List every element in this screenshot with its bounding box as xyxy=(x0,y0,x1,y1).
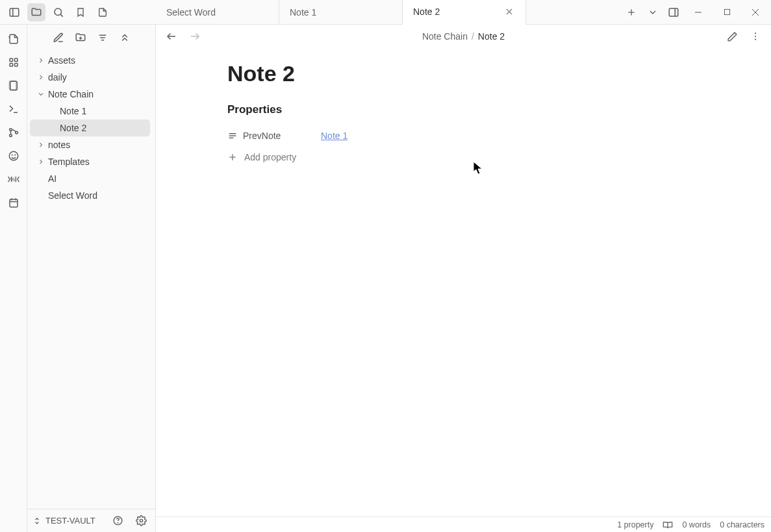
tree-item-notes[interactable]: notes xyxy=(30,136,150,153)
nav-back-icon[interactable] xyxy=(162,27,181,45)
tab-dropdown-icon[interactable] xyxy=(644,3,662,21)
svg-point-21 xyxy=(9,129,12,131)
svg-rect-0 xyxy=(10,8,19,16)
tree-item-label: Templates xyxy=(47,157,90,167)
quick-switcher-icon[interactable] xyxy=(5,30,23,48)
svg-text:%: % xyxy=(10,176,16,183)
window-minimize-button[interactable] xyxy=(685,0,711,25)
statusbar: 1 property 0 words 0 characters xyxy=(156,516,771,532)
emoji-icon[interactable] xyxy=(5,147,23,165)
svg-rect-8 xyxy=(669,8,678,16)
chevron-right-icon[interactable] xyxy=(35,73,47,81)
tree-item-label: Note 1 xyxy=(58,106,86,116)
property-key-label: PrevNote xyxy=(243,131,281,141)
new-tab-button[interactable] xyxy=(619,0,644,24)
svg-point-26 xyxy=(14,155,15,155)
editor-body[interactable]: Note 2 Properties PrevNote Note 1 Add pr… xyxy=(156,48,771,516)
content-pane: Note Chain / Note 2 Note 2 Properties Pr… xyxy=(156,25,771,532)
search-icon[interactable] xyxy=(49,3,68,21)
tree-item-label: notes xyxy=(47,140,70,150)
edit-mode-icon[interactable] xyxy=(723,27,741,45)
tree-item-label: Note 2 xyxy=(58,123,86,133)
tree-item-daily[interactable]: daily xyxy=(30,69,150,86)
file-icon[interactable] xyxy=(94,3,112,21)
chevron-down-icon[interactable] xyxy=(35,90,47,98)
reading-mode-icon[interactable] xyxy=(663,520,673,529)
vault-switcher[interactable]: TEST-VAULT xyxy=(32,516,95,526)
svg-rect-28 xyxy=(10,199,18,207)
tab-label: Note 1 xyxy=(290,7,316,18)
tree-item-note-chain[interactable]: Note Chain xyxy=(30,86,150,103)
toggle-right-sidebar-icon[interactable] xyxy=(664,3,683,21)
text-property-icon xyxy=(227,131,238,141)
svg-rect-16 xyxy=(10,64,13,67)
svg-point-25 xyxy=(12,155,12,155)
file-explorer-icon[interactable] xyxy=(27,3,45,21)
breadcrumb[interactable]: Note Chain / Note 2 xyxy=(422,31,505,42)
tree-item-note-2[interactable]: Note 2 xyxy=(30,120,150,136)
plus-icon xyxy=(227,152,238,162)
sort-icon[interactable] xyxy=(94,29,112,47)
breadcrumb-current[interactable]: Note 2 xyxy=(478,31,505,42)
svg-point-39 xyxy=(140,519,142,522)
tree-item-select-word[interactable]: Select Word xyxy=(30,187,150,204)
command-palette-icon[interactable] xyxy=(5,100,23,118)
tab-label: Note 2 xyxy=(413,6,440,17)
property-key[interactable]: PrevNote xyxy=(227,131,312,141)
status-chars[interactable]: 0 characters xyxy=(720,520,765,529)
canvas-icon[interactable] xyxy=(5,77,23,95)
window-close-button[interactable] xyxy=(742,0,768,25)
tree-item-assets[interactable]: Assets xyxy=(30,52,150,69)
collapse-icon[interactable] xyxy=(116,29,134,47)
nav-forward-icon[interactable] xyxy=(186,27,204,45)
window-maximize-button[interactable] xyxy=(714,0,740,25)
chevron-right-icon[interactable] xyxy=(35,158,47,166)
tab-select-word[interactable]: Select Word xyxy=(156,0,279,24)
main-area: % AssetsdailyNote ChainNote 1Note 2notes… xyxy=(0,25,771,532)
settings-icon[interactable] xyxy=(132,512,150,530)
new-note-icon[interactable] xyxy=(49,29,68,47)
sidebar-toolbar xyxy=(27,25,155,51)
svg-rect-14 xyxy=(10,58,13,62)
svg-point-24 xyxy=(9,151,18,160)
tree-item-ai[interactable]: AI xyxy=(30,170,150,187)
new-folder-icon[interactable] xyxy=(71,29,90,47)
tree-item-note-1[interactable]: Note 1 xyxy=(30,103,150,120)
more-options-icon[interactable] xyxy=(746,27,765,45)
tab-close-icon[interactable] xyxy=(503,6,515,18)
tree-item-label: AI xyxy=(47,173,57,184)
tree-item-label: Assets xyxy=(47,55,75,66)
toggle-left-sidebar-icon[interactable] xyxy=(5,3,23,21)
svg-point-23 xyxy=(15,131,18,134)
graph-view-icon[interactable] xyxy=(5,53,23,71)
status-words[interactable]: 0 words xyxy=(682,520,711,529)
left-ribbon: % xyxy=(0,25,27,532)
tab-note-2[interactable]: Note 2 xyxy=(403,0,526,25)
svg-point-38 xyxy=(118,523,118,524)
svg-point-44 xyxy=(755,39,756,40)
tree-item-label: Note Chain xyxy=(47,89,94,99)
bookmarks-icon[interactable] xyxy=(71,3,90,21)
svg-point-22 xyxy=(9,134,12,137)
breadcrumb-parent[interactable]: Note Chain xyxy=(422,31,468,42)
property-value-link[interactable]: Note 1 xyxy=(321,131,348,141)
tree-item-label: daily xyxy=(47,72,67,82)
git-icon[interactable] xyxy=(5,123,23,142)
svg-point-2 xyxy=(55,8,62,16)
chevron-right-icon[interactable] xyxy=(35,57,47,64)
help-icon[interactable] xyxy=(108,512,127,530)
note-title[interactable]: Note 2 xyxy=(227,61,682,86)
tab-bar: Select WordNote 1Note 2 xyxy=(156,0,619,24)
daily-note-icon[interactable] xyxy=(5,194,23,212)
breadcrumb-separator: / xyxy=(472,31,474,42)
chevron-right-icon[interactable] xyxy=(35,141,47,149)
property-row[interactable]: PrevNote Note 1 xyxy=(227,125,682,146)
tab-note-1[interactable]: Note 1 xyxy=(279,0,403,24)
titlebar: Select WordNote 1Note 2 xyxy=(0,0,771,25)
templater-icon[interactable]: % xyxy=(5,170,23,188)
svg-rect-11 xyxy=(724,9,729,14)
status-properties[interactable]: 1 property xyxy=(617,520,653,529)
svg-point-42 xyxy=(755,32,756,34)
tree-item-templates[interactable]: Templates xyxy=(30,153,150,170)
add-property-button[interactable]: Add property xyxy=(227,146,682,168)
